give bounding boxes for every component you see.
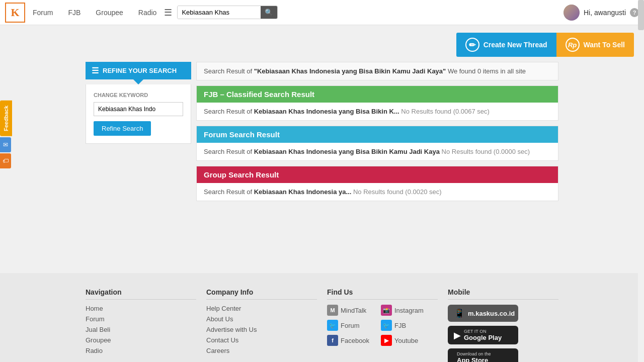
feedback-sidebar: Feedback ✉ 🏷	[0, 101, 12, 168]
forum-result-body: Search Result of Kebiasaan Khas Indonesi…	[197, 143, 558, 160]
found-text: We found 0 items in all site	[448, 67, 526, 75]
create-thread-label: Create New Thread	[484, 41, 547, 49]
fjb-social-link[interactable]: 🐦 FJB	[381, 320, 431, 331]
youtube-icon: ▶	[381, 335, 392, 346]
sidebar-icon-2[interactable]: 🏷	[0, 153, 11, 168]
refine-body: CHANGE KEYWORD Refine Search	[86, 84, 191, 144]
instagram-link[interactable]: 📸 Instagram	[381, 305, 431, 316]
sell-icon: Rp	[566, 38, 580, 52]
refine-search-button[interactable]: Refine Search	[94, 121, 151, 136]
group-no-result: No Results found (0.0020 sec)	[353, 188, 442, 196]
google-play-badge[interactable]: ▶ GET IT ON Google Play	[448, 326, 518, 344]
search-button[interactable]: 🔍	[261, 6, 277, 19]
google-play-icon: ▶	[454, 330, 461, 341]
contact-us-link[interactable]: Contact Us	[206, 336, 238, 344]
advertise-link[interactable]: Advertise with Us	[206, 326, 257, 333]
sidebar-icon-1[interactable]: ✉	[0, 137, 11, 152]
facebook-icon: f	[327, 335, 338, 346]
avatar	[564, 5, 580, 21]
app-store-badge[interactable]: Download on the App Store	[448, 348, 518, 362]
instagram-icon: 📸	[381, 305, 392, 316]
want-to-sell-label: Want To Sell	[584, 41, 625, 49]
forum-social-label: Forum	[341, 322, 360, 329]
nav-fjb[interactable]: FJB	[65, 6, 83, 19]
help-center-link[interactable]: Help Center	[206, 305, 241, 312]
want-to-sell-button[interactable]: Rp Want To Sell	[556, 33, 634, 57]
footer: Navigation Home Forum Jual Beli Groupee …	[0, 273, 644, 362]
nav-radio[interactable]: Radio	[136, 6, 159, 19]
group-desc: Search Result of	[204, 188, 254, 196]
nav-home-link[interactable]: Home	[86, 305, 103, 312]
refine-title: REFINE YOUR SEARCH	[103, 67, 177, 74]
forum-no-result: No Results found (0.0000 sec)	[442, 148, 530, 155]
google-play-small: GET IT ON	[464, 329, 502, 334]
search-bar: 🔍	[177, 6, 278, 19]
fjb-desc: Search Result of	[204, 108, 254, 115]
nav-groupee-link[interactable]: Groupee	[86, 336, 111, 344]
nav-forum-link[interactable]: Forum	[86, 315, 105, 323]
list-item: Groupee	[86, 336, 196, 344]
fjb-social-icon: 🐦	[381, 320, 392, 331]
hamburger-menu[interactable]: ☰	[164, 7, 172, 18]
refine-menu-icon: ☰	[92, 66, 99, 75]
footer-company: Company Info Help Center About Us Advert…	[206, 288, 317, 362]
search-info-bar: Search Result of "Kebiasaan Khas Indones…	[196, 62, 558, 80]
keyword-input[interactable]	[94, 102, 183, 116]
nav-items: Forum FJB Groupee Radio	[30, 6, 159, 19]
action-bar: ✏ Create New Thread Rp Want To Sell	[0, 25, 644, 62]
facebook-link[interactable]: f Facebook	[327, 335, 377, 346]
user-greeting: Hi, awangusti	[584, 9, 626, 17]
results-panel: Search Result of "Kebiasaan Khas Indones…	[196, 62, 558, 263]
group-keyword: Kebiasaan Khas Indonesia ya...	[254, 188, 352, 196]
mindtalk-link[interactable]: M MindTalk	[327, 305, 377, 316]
avatar-image	[564, 5, 580, 21]
web-icon: 📱	[454, 308, 465, 319]
app-store-text: Download on the App Store	[457, 351, 491, 362]
forum-result-title: Forum Search Result	[204, 130, 280, 139]
footer-company-title: Company Info	[206, 288, 317, 300]
about-us-link[interactable]: About Us	[206, 315, 233, 323]
header: K Forum FJB Groupee Radio ☰ 🔍 Hi, awangu…	[0, 0, 644, 25]
left-panel: ☰ REFINE YOUR SEARCH CHANGE KEYWORD Refi…	[86, 62, 196, 263]
careers-link[interactable]: Careers	[206, 347, 229, 354]
action-buttons: ✏ Create New Thread Rp Want To Sell	[456, 33, 634, 57]
web-text: m.kaskus.co.id	[468, 310, 515, 317]
nav-forum[interactable]: Forum	[30, 6, 55, 19]
logo-text: K	[11, 6, 19, 19]
footer-company-list: Help Center About Us Advertise with Us C…	[206, 305, 317, 354]
forum-result-header: Forum Search Result	[197, 126, 558, 143]
mindtalk-label: MindTalk	[341, 307, 366, 314]
find-us-items: M MindTalk 📸 Instagram 🐦 Forum 🐦 FJB f	[327, 305, 438, 346]
nav-groupee[interactable]: Groupee	[93, 6, 125, 19]
create-thread-button[interactable]: ✏ Create New Thread	[456, 33, 556, 57]
youtube-link[interactable]: ▶ Youtube	[381, 335, 431, 346]
refine-header[interactable]: ☰ REFINE YOUR SEARCH	[86, 62, 191, 79]
feedback-button[interactable]: Feedback	[0, 101, 12, 136]
google-play-label: Google Play	[464, 334, 502, 341]
group-result-header: Group Search Result	[197, 166, 558, 183]
logo[interactable]: K	[5, 3, 25, 23]
fjb-no-result: No Results found (0.0067 sec)	[401, 108, 490, 115]
group-result-body: Search Result of Kebiasaan Khas Indonesi…	[197, 183, 558, 201]
scrollbar[interactable]	[638, 0, 644, 362]
list-item: Help Center	[206, 305, 317, 312]
scrollbar-thumb[interactable]	[638, 0, 644, 30]
footer-nav-list: Home Forum Jual Beli Groupee Radio	[86, 305, 196, 354]
nav-radio-link[interactable]: Radio	[86, 347, 103, 354]
list-item: About Us	[206, 315, 317, 323]
forum-social-icon: 🐦	[327, 320, 338, 331]
fjb-result-header: FJB – Classified Search Result	[197, 86, 558, 103]
search-input[interactable]	[178, 6, 261, 19]
group-result-section: Group Search Result Search Result of Keb…	[196, 166, 558, 201]
refine-arrow	[133, 79, 143, 84]
list-item: Contact Us	[206, 336, 317, 344]
user-info: Hi, awangusti ?	[564, 5, 639, 21]
fjb-result-body: Search Result of Kebiasaan Khas Indonesi…	[197, 103, 558, 120]
list-item: Careers	[206, 347, 317, 354]
nav-jualbeli-link[interactable]: Jual Beli	[86, 326, 110, 333]
forum-social-link[interactable]: 🐦 Forum	[327, 320, 377, 331]
fjb-keyword: Kebiasaan Khas Indonesia yang Bisa Bikin…	[254, 108, 399, 115]
search-query: "Kebiasaan Khas Indonesia yang Bisa Biki…	[254, 67, 446, 75]
google-play-text: GET IT ON Google Play	[464, 329, 502, 341]
mobile-web-badge[interactable]: 📱 m.kaskus.co.id	[448, 305, 518, 322]
